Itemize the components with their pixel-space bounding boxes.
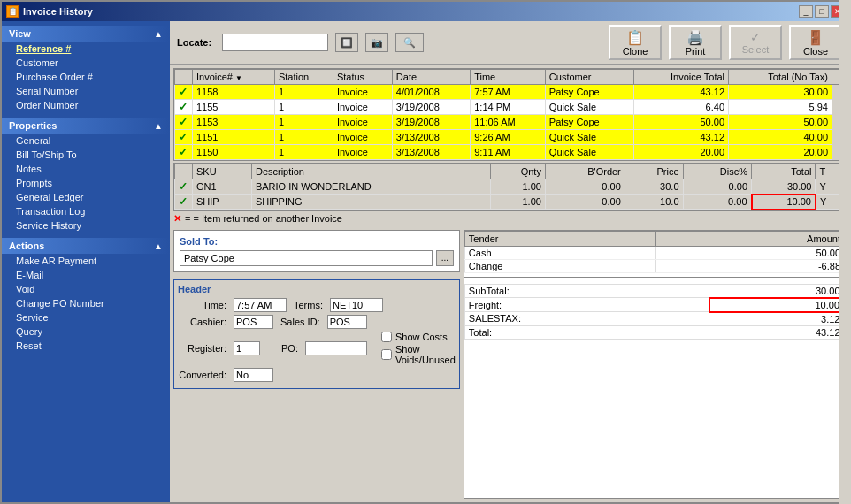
sidebar-item-purchase-order[interactable]: Purchase Order # (2, 70, 170, 84)
invoice-table-container: Invoice# ▼ Station Status Date Time Cust… (173, 68, 846, 161)
status-header[interactable]: Status (333, 70, 392, 85)
maximize-button[interactable]: □ (815, 5, 829, 18)
print-button[interactable]: 🖨️ Print (669, 25, 722, 60)
show-costs-checkbox[interactable] (381, 332, 392, 342)
sidebar-item-transaction-log[interactable]: Transaction Log (2, 204, 170, 218)
sidebar-item-general-ledger[interactable]: General Ledger (2, 190, 170, 204)
li-desc-header[interactable]: Description (251, 164, 490, 179)
sidebar-item-reset[interactable]: Reset (2, 339, 170, 353)
close-button[interactable]: 🚪 Close (789, 25, 842, 60)
sidebar-item-query[interactable]: Query (2, 325, 170, 339)
line-items-table: SKU Description Qnty B'Order Price Disc%… (174, 164, 845, 210)
browse-icon: 🔲 (341, 37, 353, 49)
salestax-row: SALESTAX: 3.12 (464, 312, 844, 326)
time-label: Time: (178, 300, 226, 310)
title-bar: 📋 Invoice History _ □ ✕ (2, 2, 849, 21)
li-sku-header[interactable]: SKU (193, 164, 252, 179)
show-costs-label: Show Costs (395, 332, 448, 342)
no-tax-header[interactable]: Total (No Tax) (729, 70, 832, 85)
sidebar-item-general[interactable]: General (2, 134, 170, 148)
invoice-num-header[interactable]: Invoice# ▼ (193, 70, 275, 85)
select-label: Select (742, 44, 770, 55)
row-check-icon: ✓ (179, 146, 188, 158)
amount-col-header: Amount (656, 231, 844, 246)
sidebar-item-customer[interactable]: Customer (2, 56, 170, 70)
sold-to-header-panel: Sold To: Patsy Cope ... Header Time: Ter… (173, 230, 460, 500)
search-browse-button[interactable]: 🔲 (335, 33, 358, 52)
clone-label: Clone (623, 46, 648, 57)
line-item-row[interactable]: ✓ GN1 BARIO IN WONDERLAND 1.00 0.00 30.0… (175, 179, 845, 195)
table-row[interactable]: ✓ 1150 1 Invoice 3/13/2008 9:11 AM Quick… (175, 145, 845, 160)
sales-id-input[interactable] (327, 315, 367, 329)
sidebar-item-email[interactable]: E-Mail (2, 268, 170, 282)
freight-amount: 10.00 (709, 298, 844, 312)
table-row[interactable]: ✓ 1153 1 Invoice 3/19/2008 11:06 AM Pats… (175, 115, 845, 130)
table-row[interactable]: ✓ 1158 1 Invoice 4/01/2008 7:57 AM Patsy… (175, 85, 845, 100)
bottom-section: Sold To: Patsy Cope ... Header Time: Ter… (173, 230, 846, 500)
clone-button[interactable]: 📋 Clone (609, 25, 662, 60)
sidebar-item-reference[interactable]: Reference # (2, 42, 170, 56)
row-check-icon: ✓ (179, 101, 188, 113)
sidebar-item-prompts[interactable]: Prompts (2, 176, 170, 190)
search-input[interactable] (222, 34, 328, 51)
tender-col-header: Tender (464, 231, 656, 246)
li-border-header[interactable]: B'Order (545, 164, 625, 179)
sold-to-browse-button[interactable]: ... (436, 250, 454, 266)
window-title: Invoice History (23, 6, 93, 17)
register-input[interactable] (234, 341, 260, 355)
close-label: Close (803, 46, 828, 57)
po-label: PO: (281, 343, 298, 354)
sidebar-item-change-po[interactable]: Change PO Number (2, 296, 170, 310)
main-content: View ▲ Reference # Customer Purchase Ord… (2, 21, 849, 502)
sidebar-item-bill-ship[interactable]: Bill To/Ship To (2, 148, 170, 162)
line-item-row[interactable]: ✓ SHIP SHIPPING 1.00 0.00 10.0 0.00 10.0… (175, 195, 845, 210)
li-qnty-header[interactable]: Qnty (490, 164, 545, 179)
sidebar-item-notes[interactable]: Notes (2, 162, 170, 176)
station-header[interactable]: Station (274, 70, 333, 85)
cashier-input[interactable] (234, 315, 273, 329)
terms-input[interactable] (330, 298, 383, 312)
li-disc-header[interactable]: Disc% (683, 164, 752, 179)
tender-table: Tender Amount Cash 50.00 Chang (464, 231, 845, 273)
sidebar-item-make-ar-payment[interactable]: Make AR Payment (2, 254, 170, 268)
select-button[interactable]: ✓ Select (729, 25, 782, 60)
date-header[interactable]: Date (392, 70, 470, 85)
check-col-header (175, 70, 193, 85)
minimize-button[interactable]: _ (799, 5, 813, 18)
invoice-total-header[interactable]: Invoice Total (634, 70, 729, 85)
actions-section-header[interactable]: Actions ▲ (2, 238, 170, 254)
invoice-table: Invoice# ▼ Station Status Date Time Cust… (174, 69, 845, 160)
sidebar-item-service-history[interactable]: Service History (2, 218, 170, 233)
sidebar-item-service[interactable]: Service (2, 310, 170, 325)
li-check-icon: ✓ (179, 180, 188, 193)
converted-input[interactable] (234, 368, 273, 382)
show-costs-row: Show Costs (381, 332, 456, 342)
show-voids-checkbox[interactable] (381, 349, 392, 360)
view-section-header[interactable]: View ▲ (2, 26, 170, 42)
sidebar-item-void[interactable]: Void (2, 282, 170, 296)
properties-section-header[interactable]: Properties ▲ (2, 118, 170, 134)
camera-button[interactable]: 📷 (365, 33, 388, 52)
customer-header[interactable]: Customer (545, 70, 633, 85)
door-icon: 🚪 (807, 29, 824, 46)
sidebar-item-order-number[interactable]: Order Number (2, 98, 170, 112)
li-total-header[interactable]: Total (752, 164, 816, 179)
search-icon: 🔍 (403, 37, 416, 49)
table-row[interactable]: ✓ 1155 1 Invoice 3/19/2008 1:14 PM Quick… (175, 100, 845, 115)
row-check-icon: ✓ (179, 131, 188, 143)
header-section: Header Time: Terms: Cashier: Sales ID: (173, 279, 460, 389)
print-icon: 🖨️ (686, 29, 704, 46)
converted-label: Converted: (178, 370, 226, 380)
sold-to-name: Patsy Cope (180, 250, 433, 266)
row-check-icon: ✓ (179, 86, 188, 98)
time-header[interactable]: Time (471, 70, 546, 85)
sidebar-item-serial-number[interactable]: Serial Number (2, 84, 170, 98)
search-button[interactable]: 🔍 (395, 33, 424, 52)
legend-text: = = Item returned on another Invoice (185, 213, 342, 224)
table-row[interactable]: ✓ 1151 1 Invoice 3/13/2008 9:26 AM Quick… (175, 130, 845, 145)
po-input[interactable] (305, 341, 367, 355)
li-price-header[interactable]: Price (625, 164, 683, 179)
freight-row: Freight: 10.00 (464, 298, 844, 312)
terms-label: Terms: (294, 300, 323, 310)
time-input[interactable] (234, 298, 287, 312)
